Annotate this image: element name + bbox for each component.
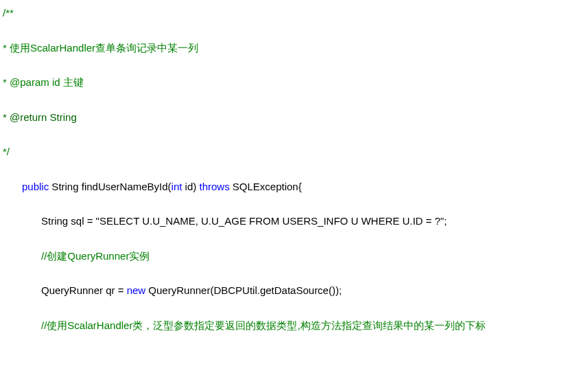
comment-text: * 使用 xyxy=(3,42,30,54)
javadoc-return: * @return String xyxy=(3,111,77,123)
code-line-2: * 使用ScalarHandler查单条询记录中某一列 xyxy=(3,41,588,56)
javadoc-param: * @param id xyxy=(3,76,63,88)
comment-text: 实例 xyxy=(129,250,150,262)
comment-text: 构造方法指定查询结果中的某一列的下标 xyxy=(301,319,486,331)
code-line-3: * @param id 主键 xyxy=(3,75,588,91)
comment-text: 创建 xyxy=(47,250,67,262)
code-line-1: /** xyxy=(3,5,588,21)
keyword-public: public xyxy=(22,181,49,192)
code-text: QueryRunner qr = xyxy=(41,284,127,296)
code-line-8: //创建QueryRunner实例 xyxy=(3,249,588,264)
code-line-6: public String findUserNameById(int id) t… xyxy=(3,179,588,195)
keyword-int: int xyxy=(172,181,183,192)
comment-text: */ xyxy=(3,146,10,157)
code-line-10: //使用ScalarHandler类，泛型参数指定要返回的数据类型,构造方法指定… xyxy=(3,318,588,334)
code-line-9: QueryRunner qr = new QueryRunner(DBCPUti… xyxy=(3,283,588,299)
comment-text: 类，泛型参数指定要返回的数据类型 xyxy=(132,319,297,331)
code-line-5: */ xyxy=(3,144,588,160)
comment-text: 使用 xyxy=(47,319,67,331)
keyword-new: new xyxy=(127,284,146,296)
comment-text: 主键 xyxy=(63,76,84,88)
code-text: SQLException{ xyxy=(230,181,302,192)
code-line-4: * @return String xyxy=(3,110,588,126)
comment-text: ScalarHandler xyxy=(30,42,95,54)
code-text: id) xyxy=(182,181,199,192)
comment-text: 查单条询记录中某一列 xyxy=(95,42,198,54)
code-text: QueryRunner(DBCPUtil.getDataSource()); xyxy=(145,284,342,296)
code-line-7: String sql = "SELECT U.U_NAME, U.U_AGE F… xyxy=(3,214,588,229)
code-text: String findUserNameById( xyxy=(49,181,171,192)
comment-text: /** xyxy=(3,7,14,19)
code-text: String sql = "SELECT U.U_NAME, U.U_AGE F… xyxy=(41,215,447,227)
comment-text: QueryRunner xyxy=(67,250,129,262)
keyword-throws: throws xyxy=(199,181,229,192)
comment-text: ScalarHandler xyxy=(67,319,132,331)
